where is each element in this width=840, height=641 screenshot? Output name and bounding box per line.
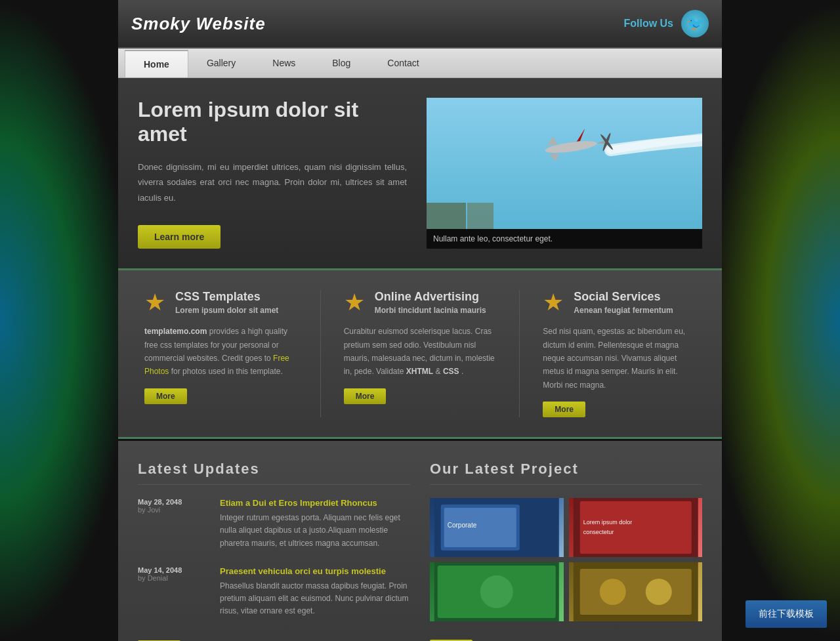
feature-1-subtitle: Lorem ipsum dolor sit amet: [175, 306, 278, 315]
svg-point-25: [599, 579, 625, 605]
nav-contact[interactable]: Contact: [369, 49, 437, 77]
feature-1-title: CSS Templates: [175, 290, 278, 304]
site-logo: Smoky Website: [131, 14, 266, 34]
latest-project-title: Our Latest Project: [430, 461, 702, 485]
xhtml-label: XHTML: [406, 367, 433, 376]
news-item-1: May 28, 2048 by Jovi Etiam a Dui et Eros…: [138, 498, 410, 550]
header: Smoky Website Follow Us 🐦: [118, 0, 722, 49]
svg-rect-24: [579, 569, 691, 615]
main-nav: Home Gallery News Blog Contact: [118, 49, 722, 78]
news-text-2: Phasellus blandit auctor massa dapibus f…: [220, 580, 410, 618]
nav-home[interactable]: Home: [125, 50, 188, 77]
news-author-1: by Jovi: [138, 506, 210, 514]
feature-css-templates: ★ CSS Templates Lorem ipsum dolor sit am…: [138, 290, 304, 417]
latest-updates-section: Latest Updates May 28, 2048 by Jovi Etia…: [138, 461, 410, 641]
feature-2-title: Online Advertising: [375, 290, 486, 304]
header-right: Follow Us 🐦: [623, 10, 709, 37]
feature-1-header: ★ CSS Templates Lorem ipsum dolor sit am…: [144, 290, 297, 315]
svg-text:Lorem ipsum dolor: Lorem ipsum dolor: [583, 519, 632, 526]
news-meta-1: May 28, 2048 by Jovi: [138, 498, 210, 550]
svg-text:consectetur: consectetur: [583, 529, 614, 535]
bottom-section: Latest Updates May 28, 2048 by Jovi Etia…: [118, 441, 722, 641]
news-date-1: May 28, 2048: [138, 498, 210, 506]
feature-3-header: ★ Social Services Aenean feugiat ferment…: [543, 290, 696, 315]
news-meta-2: May 14, 2048 by Denial: [138, 566, 210, 618]
news-author-2: by Denial: [138, 574, 210, 582]
nav-news[interactable]: News: [254, 49, 314, 77]
news-text-1: Integer rutrum egestas porta. Aliquam ne…: [220, 512, 410, 550]
learn-more-button[interactable]: Learn more: [138, 225, 220, 249]
twitter-icon[interactable]: 🐦: [681, 10, 709, 37]
news-content-2: Praesent vehicula orci eu turpis molesti…: [220, 566, 410, 618]
latest-updates-title: Latest Updates: [138, 461, 410, 485]
svg-text:Corporate: Corporate: [448, 522, 477, 529]
features-section: ★ CSS Templates Lorem ipsum dolor sit am…: [118, 270, 722, 439]
css-label: CSS: [443, 367, 459, 376]
feature-divider-2: [519, 290, 520, 417]
svg-rect-11: [467, 203, 494, 229]
feature-1-more-button[interactable]: More: [144, 388, 187, 404]
feature-3-body: Sed nisi quam, egestas ac bibendum eu, d…: [543, 325, 696, 392]
hero-section: Lorem ipsum dolor sit amet Donec digniss…: [118, 78, 722, 270]
news-title-link-2[interactable]: Praesent vehicula orci eu turpis molesti…: [220, 566, 410, 576]
feature-divider-1: [320, 290, 321, 417]
feature-2-more-button[interactable]: More: [344, 388, 387, 404]
project-image-4: [569, 562, 703, 621]
feature-1-body: templatemo.com provides a high quality f…: [144, 325, 297, 379]
star-icon-3: ★: [543, 291, 564, 314]
download-banner[interactable]: 前往下载模板: [746, 600, 827, 628]
svg-rect-17: [579, 501, 691, 554]
star-icon-2: ★: [344, 291, 365, 314]
project-thumb-3[interactable]: [430, 562, 564, 621]
hero-image-box: [427, 98, 702, 229]
feature-2-header: ★ Online Advertising Morbi tincidunt lac…: [344, 290, 497, 315]
hero-caption: Nullam ante leo, consectetur eget.: [427, 229, 702, 249]
latest-project-section: Our Latest Project Corporate: [430, 461, 702, 641]
feature-2-body: Curabitur euismod scelerisque lacus. Cra…: [344, 325, 497, 379]
project-grid: Corporate Lorem ipsum dolor consectetur: [430, 498, 702, 621]
hero-description: Donec dignissim, mi eu imperdiet ultrice…: [138, 159, 407, 205]
project-image-3: [430, 562, 564, 621]
news-title-link-1[interactable]: Etiam a Dui et Eros Imperdiet Rhoncus: [220, 498, 410, 508]
svg-point-26: [645, 579, 671, 605]
news-item-2: May 14, 2048 by Denial Praesent vehicula…: [138, 566, 410, 618]
nav-gallery[interactable]: Gallery: [188, 49, 254, 77]
project-thumb-4[interactable]: [569, 562, 703, 621]
hero-text: Lorem ipsum dolor sit amet Donec digniss…: [138, 98, 407, 249]
templatemo-link[interactable]: templatemo.com: [144, 327, 207, 336]
feature-3-subtitle: Aenean feugiat fermentum: [574, 306, 673, 315]
feature-2-subtitle: Morbi tincidunt lacinia mauris: [375, 306, 486, 315]
nav-blog[interactable]: Blog: [314, 49, 369, 77]
project-image-1: Corporate: [430, 498, 564, 557]
project-thumb-2[interactable]: Lorem ipsum dolor consectetur: [569, 498, 703, 557]
hero-title: Lorem ipsum dolor sit amet: [138, 98, 407, 146]
news-date-2: May 14, 2048: [138, 566, 210, 574]
svg-rect-10: [427, 203, 466, 229]
star-icon-1: ★: [144, 291, 165, 314]
hero-image-area: Nullam ante leo, consectetur eget.: [427, 98, 702, 249]
project-image-2: Lorem ipsum dolor consectetur: [569, 498, 703, 557]
news-content-1: Etiam a Dui et Eros Imperdiet Rhoncus In…: [220, 498, 410, 550]
project-thumb-1[interactable]: Corporate: [430, 498, 564, 557]
feature-social-services: ★ Social Services Aenean feugiat ferment…: [536, 290, 702, 417]
svg-point-22: [480, 575, 513, 608]
feature-3-more-button[interactable]: More: [543, 402, 585, 417]
follow-us-label: Follow Us: [623, 18, 673, 30]
feature-3-title: Social Services: [574, 290, 673, 304]
feature-online-advertising: ★ Online Advertising Morbi tincidunt lac…: [337, 290, 503, 417]
